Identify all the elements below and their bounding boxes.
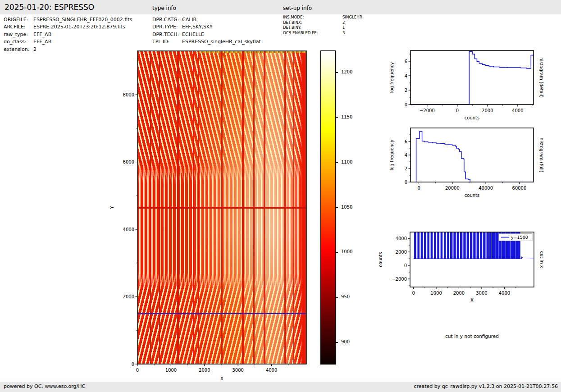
info-value: 2 [33, 46, 36, 52]
cut_x-bar [457, 232, 459, 259]
main-ytick-label: 6000 [123, 160, 134, 164]
cut_x-bar [492, 232, 495, 259]
hist_full-ytick-label: 4 [405, 153, 407, 158]
qc-report-page: 2025-01-20: ESPRESSO type info set-up in… [0, 0, 561, 392]
cut_x-bar [424, 232, 426, 259]
hist_full-xtick-label: 0 [417, 186, 420, 191]
cut_x-xtick-label: 2000 [453, 291, 465, 296]
info-value: EFF,SKY,SKY [182, 24, 213, 30]
info-value: 2 [342, 20, 345, 25]
hist_full-ytick-label: 0 [405, 180, 407, 185]
cut_x-bar [460, 232, 462, 259]
info-label: ARCFILE: [4, 23, 33, 31]
info-row: raw_type:EFF_AB [4, 31, 132, 38]
cut_x-bar [487, 232, 489, 259]
hist_full-ytick-label: 6 [405, 139, 407, 144]
cut_x-bar [515, 232, 520, 259]
info-label: INS.MODE: [283, 15, 342, 20]
hist_full-ylabel: log frequency [389, 140, 394, 171]
hist_detail-xtick-label: 0 [456, 108, 459, 113]
hist_detail-xtick-label: 2000 [482, 108, 493, 113]
info-value: CALIB [182, 17, 196, 23]
info-label: TPL.ID: [152, 38, 182, 46]
colorbar [320, 50, 336, 365]
cut_x-bar [463, 232, 465, 259]
cut_x-bar [434, 232, 436, 259]
setup-info-title: set-up info [283, 5, 312, 11]
colorbar-tick [335, 342, 338, 342]
colorbar-tick [335, 207, 338, 208]
cut_x-xtick-label: 4000 [499, 291, 510, 296]
main-ylabel: Y [109, 206, 114, 210]
main-ytick-label: 4000 [123, 227, 134, 232]
hist_detail-xlabel: counts [465, 115, 479, 120]
cut_x-xtick-label: 3000 [476, 291, 487, 296]
colorbar-tick [335, 252, 338, 253]
info-value: 3 [342, 31, 345, 35]
setup-info-block: INS.MODE:SINGLEHRDET.BINX:2DET.BINY:1OCS… [283, 15, 362, 36]
colorbar-tick-label: 900 [341, 339, 350, 344]
hist_detail-chart: −20000200040000246countslog frequencyhis… [389, 50, 544, 120]
info-value: EFF_AB [33, 39, 51, 45]
cut_x-bar [480, 232, 482, 259]
hist_detail-ylabel: log frequency [389, 62, 394, 93]
info-value: SINGLEHR [342, 15, 362, 19]
colorbar-tick [335, 297, 338, 298]
info-label: OCS.ENABLED.FE: [283, 31, 342, 36]
cut_x-ylabel: counts [378, 252, 383, 267]
info-label: DPR.TYPE: [152, 23, 182, 31]
colorbar-tick-label: 1200 [341, 69, 352, 74]
main-ytick-label: 0 [132, 362, 134, 367]
info-value: 1 [342, 25, 345, 30]
hist_full-right-label: histogram (full) [539, 137, 544, 172]
info-row: OCS.ENABLED.FE:3 [283, 31, 362, 36]
info-row: TPL.ID:ESPRESSO_singleHR_cal_skyflat [152, 38, 261, 46]
colorbar-tick-label: 1100 [341, 160, 352, 164]
hist_full-xtick-label: 60000 [512, 186, 527, 191]
dark-row [138, 207, 306, 209]
cut_x-bar [453, 232, 456, 259]
cut_x-bar [417, 232, 420, 259]
info-value: ESPRE.2025-01-20T23:20:12.879.fits [33, 24, 125, 30]
cut_x-ytick-label: 0 [404, 263, 407, 268]
info-row: INS.MODE:SINGLEHR [283, 15, 362, 20]
hist_detail-ytick-label: 0 [405, 102, 407, 107]
cut_x-right-label: cut in x [539, 251, 544, 268]
cut_x-bar [477, 232, 479, 259]
info-row: DET.BINY:1 [283, 25, 362, 31]
hist_full-xtick-label: 40000 [479, 186, 493, 191]
cut_x-xtick-label: 0 [412, 291, 415, 296]
cut_x-bar [511, 232, 515, 259]
info-row: extension:2 [4, 46, 132, 53]
info-value: ECHELLE [182, 32, 204, 37]
colorbar-tick-label: 1050 [341, 205, 352, 210]
hist_full-xlabel: counts [465, 193, 479, 198]
footer-powered-by: powered by QC: www.eso.org/HC [4, 383, 85, 389]
cut_x-chart: 01000200030004000−2000020004000Xcountscu… [378, 232, 544, 303]
info-label: DET.BINY: [283, 25, 342, 31]
cut_x-legend-label: y=1500 [511, 235, 528, 240]
info-label: extension: [4, 46, 33, 53]
cut_x-legend-box [499, 234, 532, 241]
page-title: 2025-01-20: ESPRESSO [5, 3, 94, 12]
colorbar-tick-label: 950 [341, 294, 350, 299]
top-edge-strip [198, 51, 306, 53]
hist_detail-ytick-label: 6 [405, 59, 407, 64]
info-row: ORIGFILE:ESPRESSO_SINGLEHR_EFF020_0002.f… [4, 16, 132, 23]
type-info-block: DPR.CATG:CALIBDPR.TYPE:EFF,SKY,SKYDPR.TE… [152, 16, 261, 46]
hist_detail-xtick-label: 4000 [512, 108, 523, 113]
hist_detail-ytick-label: 2 [405, 88, 407, 93]
hist_full-spines [410, 128, 534, 182]
cut_x-bar [441, 232, 443, 259]
cut_x-bar [498, 232, 502, 259]
cut_x-bar [506, 232, 510, 259]
cut_x-ytick-label: −2000 [392, 277, 407, 282]
cut_x-bar [427, 232, 429, 259]
info-label: DET.BINX: [283, 20, 342, 26]
hist_detail-xtick-label: −2000 [420, 108, 435, 113]
info-label: do_class: [4, 38, 33, 46]
info-label: raw_type: [4, 31, 33, 38]
info-row: do_class:EFF_AB [4, 38, 132, 46]
cut_x-bar [495, 232, 498, 259]
main-xtick-label: 3000 [232, 368, 243, 373]
